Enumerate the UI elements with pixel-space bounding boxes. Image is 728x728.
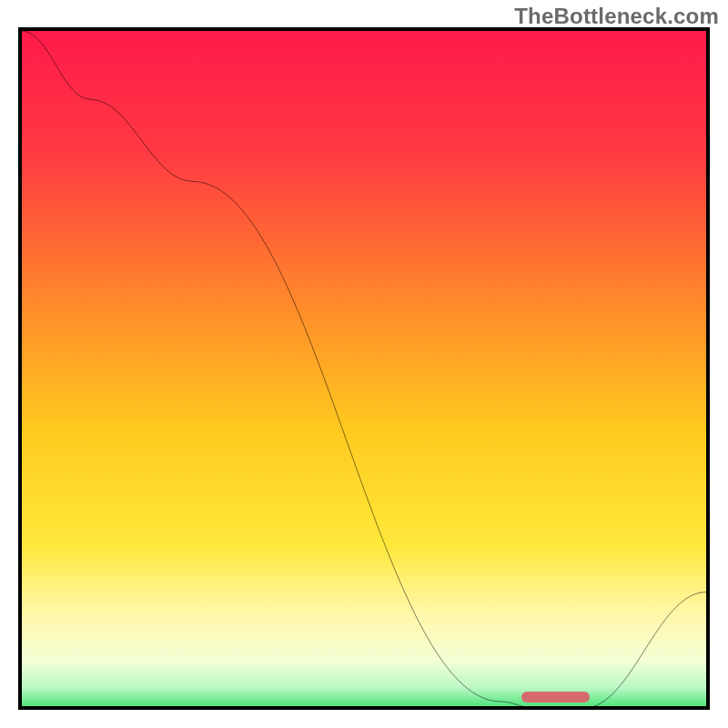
optimum-range-marker (521, 692, 590, 703)
bottleneck-chart: TheBottleneck.com (0, 0, 728, 728)
watermark-text: TheBottleneck.com (514, 4, 719, 29)
plot-area (18, 27, 710, 710)
bottleneck-curve-path (22, 31, 706, 708)
bottleneck-curve-svg (22, 31, 706, 710)
